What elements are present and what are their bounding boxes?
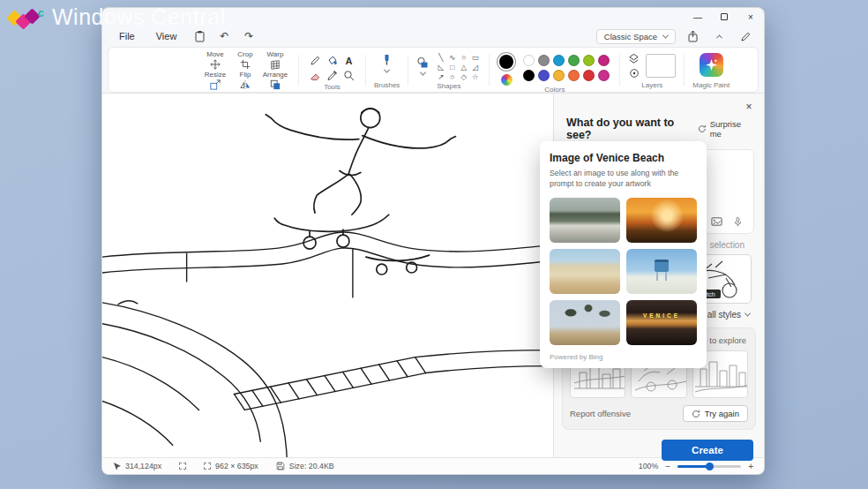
eyedropper-tool[interactable] [326, 70, 338, 81]
drawing-canvas[interactable] [102, 94, 553, 457]
selection-icon [179, 463, 186, 470]
ribbon-divider [619, 55, 620, 86]
shape-quad[interactable]: ◺ [438, 64, 445, 71]
surprise-me-button[interactable]: Surprise me [698, 119, 753, 139]
ribbon-divider [684, 55, 685, 86]
color-swatch[interactable] [598, 70, 610, 81]
chevron-down-icon [662, 32, 669, 38]
crop-button[interactable]: Crop [230, 50, 260, 71]
magnifier-tool[interactable] [343, 70, 355, 81]
shape-picker: ╲ ∿ ○ ▭ ◺ □ △ ◿ ↗ ○ ◇ ☆ [435, 53, 481, 82]
layer-thumbnail[interactable] [646, 54, 676, 78]
image-option-boardwalk[interactable] [550, 198, 620, 243]
shape-curve[interactable]: ∿ [449, 54, 455, 62]
shape-rectangle[interactable]: ▭ [472, 54, 479, 62]
shape-arrow[interactable]: ↗ [438, 73, 444, 81]
menubar-right: Classic Space [596, 28, 755, 44]
tools-label: Tools [324, 83, 340, 92]
maximize-icon [721, 13, 728, 20]
color-swatch[interactable] [568, 70, 580, 81]
move-icon [210, 59, 221, 70]
image-option-lifeguard-tower[interactable] [626, 249, 697, 294]
color-swatch[interactable] [598, 55, 610, 66]
resize-button[interactable]: Resize [200, 71, 230, 91]
pencil-tool[interactable] [310, 55, 321, 66]
color-swatch[interactable] [583, 70, 595, 81]
text-tool[interactable]: A [346, 56, 353, 66]
redo-icon[interactable]: ↷ [239, 28, 258, 44]
magic-paint-button[interactable] [700, 53, 723, 77]
zoom-in-button[interactable]: + [748, 462, 753, 471]
share-icon[interactable] [683, 28, 702, 44]
image-option-beach-street[interactable] [550, 249, 620, 294]
brush-icon[interactable] [381, 54, 393, 66]
zoom-slider-knob[interactable] [706, 463, 714, 470]
shapes-icon[interactable] [416, 56, 429, 69]
zoom-level: 100% [639, 462, 659, 470]
eraser-tool[interactable] [310, 70, 321, 81]
shape-circle[interactable]: ○ [461, 54, 466, 62]
minimize-button[interactable]: — [685, 8, 711, 26]
microphone-icon[interactable] [733, 216, 743, 228]
image-attach-icon[interactable] [711, 216, 722, 228]
shape-oval[interactable]: ○ [450, 73, 454, 81]
layers-label: Layers [641, 81, 662, 90]
shape-right-triangle[interactable]: ◿ [473, 64, 479, 71]
undo-icon[interactable]: ↶ [214, 28, 234, 44]
close-button[interactable]: × [737, 8, 764, 26]
venice-beach-popup: Image of Venice Beach Select an image to… [540, 141, 707, 368]
shape-line[interactable]: ╲ [438, 54, 443, 62]
shape-diamond[interactable]: ◇ [461, 73, 468, 81]
color-swatch[interactable] [523, 70, 535, 81]
pen-icon[interactable] [736, 28, 755, 44]
collapse-ribbon-icon[interactable] [709, 28, 729, 44]
selected-color-swatch[interactable] [499, 55, 513, 69]
image-option-sunset[interactable] [626, 198, 697, 243]
ribbon-divider [489, 55, 490, 86]
image-option-venice-sign[interactable]: VENICE [626, 300, 697, 345]
zoom-slider[interactable] [677, 465, 741, 468]
shapes-dropdown-icon[interactable] [420, 70, 426, 76]
brushes-group: Brushes [374, 50, 400, 90]
clipboard-icon[interactable] [190, 28, 209, 44]
shape-star[interactable]: ☆ [472, 73, 479, 81]
move-button[interactable]: Move [200, 50, 230, 71]
shape-square[interactable]: □ [450, 64, 454, 71]
panel-title: What do you want to see? [566, 117, 698, 141]
style-preset-select[interactable]: Classic Space [596, 29, 676, 44]
chevron-up-icon [715, 34, 722, 41]
panel-close-button[interactable]: × [741, 99, 757, 115]
maximize-button[interactable] [711, 8, 737, 26]
color-swatch[interactable] [568, 55, 580, 66]
brushes-dropdown-icon[interactable] [384, 67, 390, 73]
desktop-background: c Windows Central — × File View ↶ ↷ Clas… [0, 0, 868, 489]
image-option-palm-trees[interactable] [550, 300, 620, 345]
fill-tool[interactable] [326, 55, 338, 66]
shape-triangle[interactable]: △ [461, 64, 468, 71]
retry-icon [692, 410, 700, 418]
color-swatch[interactable] [583, 55, 595, 66]
color-swatch[interactable] [553, 55, 565, 66]
shapes-label: Shapes [437, 82, 460, 91]
color-swatch[interactable] [538, 70, 550, 81]
save-icon [276, 462, 285, 470]
try-again-button[interactable]: Try again [683, 405, 748, 422]
create-button[interactable]: Create [662, 440, 753, 461]
brushes-label: Brushes [374, 81, 400, 90]
zoom-out-button[interactable]: − [665, 462, 670, 471]
warp-button[interactable]: Warp [260, 50, 290, 71]
report-offensive-link[interactable]: Report offensive [570, 409, 631, 418]
color-swatch[interactable] [523, 55, 535, 66]
layers-stack-icon[interactable] [628, 53, 640, 64]
arrange-button[interactable]: Arrange [260, 71, 290, 91]
menu-view[interactable]: View [148, 29, 185, 43]
ribbon-divider [298, 55, 299, 86]
color-wheel-icon[interactable] [501, 74, 513, 86]
flip-button[interactable]: Flip [230, 71, 260, 91]
color-swatch[interactable] [553, 70, 565, 81]
menu-file[interactable]: File [111, 29, 143, 43]
color-swatch[interactable] [538, 55, 550, 66]
layer-add-icon[interactable] [629, 68, 640, 79]
canvas-dimensions: 962 × 635px [204, 462, 258, 470]
magic-paint-group: Magic Paint [692, 50, 730, 90]
